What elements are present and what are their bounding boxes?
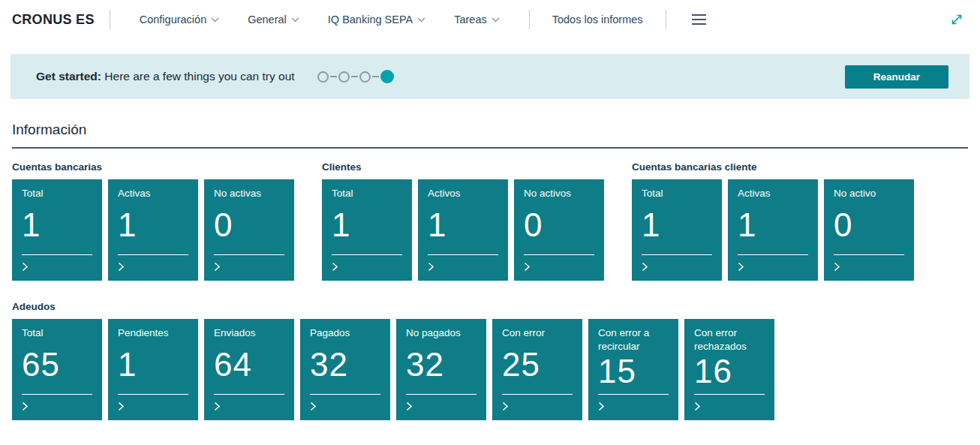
get-started-text: Get started: Here are a few things you c… [36, 70, 295, 83]
cue-tile-no-activas[interactable]: No activas 0 [204, 179, 294, 281]
adeudos-tile-con-error-a-recircular[interactable]: Con error a recircular 15 [588, 319, 678, 420]
tile-label: Total [332, 187, 402, 200]
expand-diagonal-arrow-icon[interactable] [947, 10, 966, 29]
chevron-right-icon [22, 262, 92, 272]
tile-label: Enviados [214, 326, 284, 340]
tile-label: Con error a recircular [598, 326, 669, 353]
tile-divider [738, 254, 808, 255]
tile-divider [502, 394, 573, 395]
tile-divider [332, 254, 402, 255]
progress-step-connector [351, 76, 358, 77]
cue-tile-activas[interactable]: Activas 1 [108, 179, 198, 281]
tile-divider [214, 394, 284, 395]
chevron-right-icon [834, 262, 904, 272]
tile-value: 32 [406, 347, 476, 382]
progress-step-connector [330, 76, 337, 77]
cue-tile-total[interactable]: Total 1 [12, 179, 102, 281]
tile-label: No activo [834, 187, 904, 200]
tile-value: 1 [22, 208, 92, 242]
tile-value: 0 [524, 208, 594, 242]
adeudos-tile-con-error-rechazados[interactable]: Con error rechazados 16 [684, 319, 774, 420]
chevron-down-icon [211, 17, 219, 23]
adeudos-tile-pagados[interactable]: Pagados 32 [300, 319, 390, 420]
chevron-right-icon [738, 262, 808, 272]
adeudos-tile-total[interactable]: Total 65 [12, 319, 102, 420]
nav-menu-todos-los-informes[interactable]: Todos los informes [545, 14, 651, 26]
tile-divider [22, 394, 92, 395]
chevron-down-icon [291, 17, 299, 23]
tile-value: 1 [332, 208, 402, 242]
cbc-tile-activas[interactable]: Activas 1 [728, 179, 818, 281]
chevron-right-icon [22, 401, 92, 411]
nav-divider [529, 10, 530, 29]
tile-label: Pagados [310, 326, 380, 340]
nav-divider [110, 10, 110, 29]
adeudos-tile-groups-row: Adeudos Total 65 Pendientes 1 [12, 301, 968, 420]
cli-tile-no-activos[interactable]: No activos 0 [514, 179, 604, 281]
progress-steps [317, 70, 394, 83]
tile-label: Activas [118, 187, 188, 200]
chevron-right-icon [428, 262, 498, 272]
adeudos-tile-con-error[interactable]: Con error 25 [492, 319, 582, 420]
tile-divider [118, 254, 188, 255]
section-header: Información [12, 122, 968, 149]
tile-value: 64 [214, 347, 284, 382]
progress-step-circle [359, 71, 371, 83]
tile-group-title: Cuentas bancarias [12, 161, 294, 173]
menu-hamburger-icon[interactable] [689, 11, 709, 28]
progress-step-connector [372, 76, 379, 77]
tile-value: 1 [642, 208, 712, 242]
chevron-right-icon [332, 262, 402, 272]
tile-group-adeudos: Adeudos Total 65 Pendientes 1 [12, 301, 774, 420]
get-started-message: Here are a few things you can try out [104, 70, 294, 83]
tile-group-title: Cuentas bancarias cliente [632, 161, 914, 173]
tile-label: No pagados [406, 326, 476, 340]
chevron-right-icon [406, 401, 476, 411]
adeudos-tile-pendientes[interactable]: Pendientes 1 [108, 319, 198, 420]
chevron-down-icon [417, 17, 425, 23]
progress-step-circle [338, 71, 350, 83]
nav-menu-iq-banking-sepa[interactable]: IQ Banking SEPA [314, 14, 440, 26]
tile-group-title: Clientes [322, 161, 604, 173]
cbc-tile-no-activo[interactable]: No activo 0 [824, 179, 914, 281]
tile-value: 15 [598, 354, 669, 389]
nav-menu-tareas[interactable]: Tareas [440, 14, 514, 26]
nav-menu-label: Configuración [140, 14, 206, 26]
nav-divider [666, 10, 666, 29]
tile-divider [694, 394, 765, 395]
tile-value: 65 [22, 347, 92, 382]
cli-tile-activos[interactable]: Activos 1 [418, 179, 508, 281]
tile-value: 0 [214, 208, 284, 242]
chevron-right-icon [118, 262, 188, 272]
tile-divider [22, 254, 92, 255]
tile-label: Activas [738, 187, 808, 200]
chevron-right-icon [598, 401, 669, 411]
chevron-right-icon [214, 401, 284, 411]
tile-label: Activos [428, 187, 498, 200]
cli-tile-total[interactable]: Total 1 [322, 179, 412, 281]
adeudos-tile-no-pagados[interactable]: No pagados 32 [396, 319, 486, 420]
tile-label: Pendientes [118, 326, 188, 340]
resume-button[interactable]: Reanudar [845, 65, 948, 89]
get-started-title: Get started: [36, 70, 101, 83]
company-brand[interactable]: CRONUS ES [12, 12, 95, 28]
get-started-banner: Get started: Here are a few things you c… [11, 54, 969, 99]
chevron-right-icon [694, 401, 765, 411]
adeudos-tile-enviados[interactable]: Enviados 64 [204, 319, 294, 420]
nav-menu-label: Tareas [454, 14, 487, 26]
progress-step-circle [317, 71, 329, 83]
tile-value: 1 [118, 347, 188, 382]
tile-divider [118, 394, 188, 395]
nav-menu-configuracion[interactable]: Configuración [125, 14, 233, 26]
tile-value: 16 [694, 354, 765, 389]
tile-divider [642, 254, 712, 255]
tile-divider [214, 254, 284, 255]
tile-label: Con error rechazados [694, 326, 765, 353]
tile-value: 1 [118, 208, 188, 242]
nav-menu-general[interactable]: General [233, 14, 314, 26]
tile-divider [598, 394, 669, 395]
tile-divider [428, 254, 498, 255]
chevron-right-icon [118, 401, 188, 411]
tile-label: Total [642, 187, 712, 200]
cbc-tile-total[interactable]: Total 1 [632, 179, 722, 281]
